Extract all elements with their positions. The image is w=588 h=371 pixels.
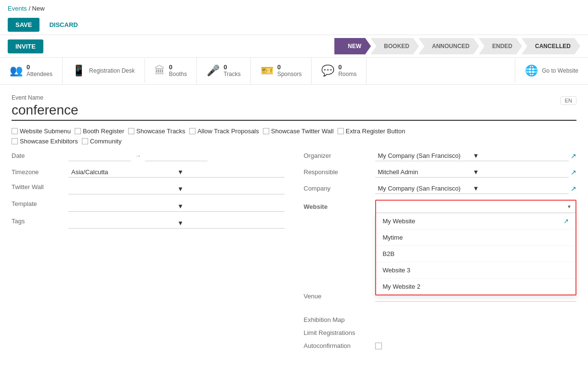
company-row: Company My Company (San Francisco) ▼ ↗ [304, 183, 577, 194]
website-option-my-website-2[interactable]: My Website 2 [376, 279, 576, 294]
tracks-info: 0 Tracks [223, 64, 241, 78]
attendees-info: 0 Attendees [26, 64, 52, 78]
booths-icon: 🏛 [155, 64, 165, 77]
website-submenu-checkbox[interactable] [12, 128, 18, 134]
website-dropdown-arrow-icon: ▼ [567, 204, 572, 209]
showcase-twitter-checkbox[interactable] [263, 128, 269, 134]
date-row: Date → [12, 151, 285, 161]
timezone-dropdown[interactable]: Asia/Calcutta ▼ [68, 167, 285, 178]
twitter-wall-dropdown[interactable]: ▼ [68, 184, 285, 194]
settings-row-1: Website Submenu Booth Register Showcase … [12, 128, 576, 135]
website-option-b2b[interactable]: B2B [376, 246, 576, 262]
date-arrow-icon: → [135, 152, 141, 159]
responsible-value-wrapper: Mitchell Admin ▼ ↗ [375, 167, 577, 178]
template-value-wrapper: ▼ [68, 201, 285, 212]
registration-label: Registration Desk [89, 67, 135, 75]
company-external-link[interactable]: ↗ [571, 185, 576, 192]
pipeline-step-announced[interactable]: ANNOUNCED [418, 38, 479, 54]
rooms-icon: 💬 [321, 64, 334, 77]
attendees-icon: 👥 [10, 64, 23, 77]
company-dropdown[interactable]: My Company (San Francisco) ▼ [375, 183, 569, 194]
website-option-label-3: Website 3 [383, 267, 411, 274]
date-end-input[interactable] [145, 151, 208, 161]
showcase-tracks-label: Showcase Tracks [136, 128, 185, 135]
status-bar: INVITE NEW BOOKED ANNOUNCED ENDED CANCEL… [0, 35, 588, 57]
allow-track-proposals-checkbox[interactable] [189, 128, 196, 134]
autoconfirmation-checkbox[interactable] [375, 343, 382, 349]
twitter-wall-row: Twitter Wall ▼ [12, 183, 285, 195]
event-name-value[interactable]: conference [12, 102, 78, 117]
website-info: Go to Website [542, 67, 578, 75]
template-dropdown[interactable]: ▼ [68, 201, 285, 212]
breadcrumb-events-link[interactable]: Events [8, 5, 27, 12]
organizer-dropdown[interactable]: My Company (San Francisco) ▼ [375, 151, 569, 161]
autoconfirmation-label: Autoconfirmation [304, 342, 371, 349]
breadcrumb-current: New [32, 5, 45, 12]
pipeline-step-booked[interactable]: BOOKED [370, 38, 419, 54]
showcase-twitter-item: Showcase Twitter Wall [263, 128, 334, 135]
extra-register-checkbox[interactable] [338, 128, 344, 134]
booth-register-checkbox[interactable] [75, 128, 81, 134]
website-stat-label: Go to Website [542, 67, 578, 75]
showcase-tracks-item: Showcase Tracks [128, 128, 185, 135]
website-input-row: ▼ [376, 201, 576, 213]
venue-label: Venue [304, 293, 371, 300]
timezone-arrow-icon: ▼ [177, 168, 281, 176]
pipeline-step-ended[interactable]: ENDED [479, 38, 522, 54]
tags-row: Tags ▼ [12, 217, 285, 229]
community-checkbox[interactable] [82, 138, 88, 144]
twitter-wall-value-wrapper: ▼ [68, 184, 285, 194]
left-column: Date → Timezone Asia/Calcutta [12, 151, 285, 356]
website-option-mytime[interactable]: Mytime [376, 230, 576, 246]
organizer-value-wrapper: My Company (San Francisco) ▼ ↗ [375, 151, 577, 161]
website-option-website3[interactable]: Website 3 [376, 262, 576, 279]
lang-badge[interactable]: EN [561, 96, 576, 105]
organizer-value: My Company (San Francisco) [378, 152, 471, 159]
date-start-input[interactable] [68, 151, 131, 161]
responsible-value: Mitchell Admin [378, 168, 471, 176]
stat-tracks[interactable]: 🎤 0 Tracks [197, 58, 251, 84]
status-pipeline: NEW BOOKED ANNOUNCED ENDED CANCELLED [335, 38, 580, 54]
exhibition-map-label: Exhibition Map [304, 316, 371, 323]
responsible-arrow-icon: ▼ [473, 168, 566, 176]
stat-sponsors[interactable]: 🎫 0 Sponsors [251, 58, 312, 84]
pipeline-step-cancelled[interactable]: CANCELLED [522, 38, 580, 54]
booth-register-label: Booth Register [83, 128, 124, 135]
community-label: Community [90, 138, 122, 145]
discard-button[interactable]: DISCARD [43, 18, 83, 32]
stat-booths[interactable]: 🏛 0 Booths [145, 58, 197, 84]
invite-button[interactable]: INVITE [8, 39, 43, 53]
organizer-external-link[interactable]: ↗ [571, 152, 576, 160]
showcase-exhibitors-checkbox[interactable] [12, 138, 18, 144]
website-field-wrapper: ▼ My Website ↗ Mytime [375, 200, 577, 214]
save-button[interactable]: SAVE [8, 18, 39, 32]
twitter-wall-arrow-icon: ▼ [177, 185, 281, 192]
website-label: Website [304, 203, 371, 210]
stat-rooms[interactable]: 💬 0 Rooms [312, 58, 366, 84]
tags-dropdown[interactable]: ▼ [68, 218, 285, 229]
rooms-label: Rooms [338, 71, 356, 78]
timezone-row: Timezone Asia/Calcutta ▼ [12, 167, 285, 178]
stat-attendees[interactable]: 👥 0 Attendees [0, 58, 63, 84]
website-option-my-website[interactable]: My Website ↗ [376, 213, 576, 230]
autoconfirmation-row: Autoconfirmation [304, 342, 577, 350]
responsible-dropdown[interactable]: Mitchell Admin ▼ [375, 167, 569, 178]
company-arrow-icon: ▼ [473, 185, 566, 192]
website-input[interactable] [380, 202, 567, 211]
registration-info: Registration Desk [89, 67, 135, 75]
autoconfirmation-value [375, 342, 577, 350]
pipeline-step-new[interactable]: NEW [334, 38, 371, 54]
action-bar: SAVE DISCARD [0, 15, 588, 35]
website-submenu-item: Website Submenu [12, 128, 71, 135]
tracks-count: 0 [223, 64, 241, 71]
website-submenu-label: Website Submenu [20, 128, 71, 135]
website-value-wrapper: ▼ My Website ↗ Mytime [375, 200, 577, 214]
template-arrow-icon: ▼ [177, 203, 281, 210]
rooms-count: 0 [338, 64, 356, 71]
stat-go-website[interactable]: 🌐 Go to Website [515, 59, 588, 83]
website-option-link-0[interactable]: ↗ [563, 217, 569, 225]
responsible-external-link[interactable]: ↗ [571, 168, 576, 176]
rooms-info: 0 Rooms [338, 64, 356, 78]
showcase-tracks-checkbox[interactable] [128, 128, 134, 134]
stat-registration[interactable]: 📱 Registration Desk [63, 59, 145, 83]
